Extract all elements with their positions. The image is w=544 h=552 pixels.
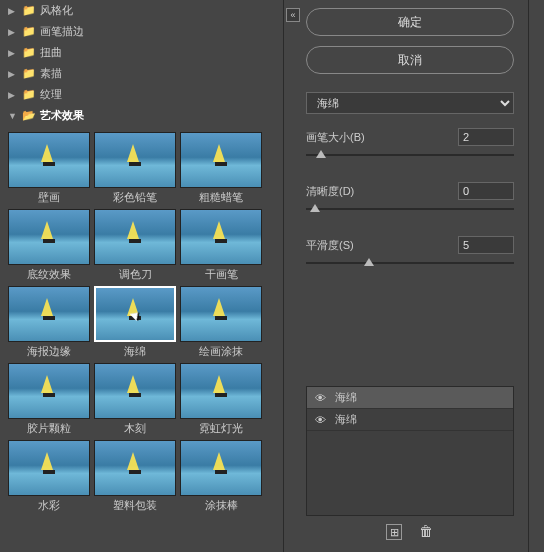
folder-2[interactable]: ▶📁扭曲 bbox=[0, 42, 283, 63]
thumb-label: 彩色铅笔 bbox=[94, 188, 176, 205]
folder-label: 风格化 bbox=[40, 3, 73, 18]
slider-label: 清晰度(D) bbox=[306, 184, 354, 199]
visibility-eye-icon[interactable]: 👁 bbox=[313, 392, 327, 404]
chevron-right-icon: ▶ bbox=[8, 90, 18, 100]
chevron-right-icon: ▶ bbox=[8, 6, 18, 16]
thumb-image bbox=[94, 286, 176, 342]
filter-thumb-6[interactable]: 海报边缘 bbox=[8, 286, 90, 359]
thumb-image bbox=[8, 363, 90, 419]
thumb-image bbox=[180, 132, 262, 188]
slider-label: 平滑度(S) bbox=[306, 238, 354, 253]
filter-thumb-8[interactable]: 绘画涂抹 bbox=[180, 286, 262, 359]
filter-thumb-9[interactable]: 胶片颗粒 bbox=[8, 363, 90, 436]
chevron-right-icon: ▶ bbox=[8, 48, 18, 58]
folder-label: 纹理 bbox=[40, 87, 62, 102]
ok-button[interactable]: 确定 bbox=[306, 8, 514, 36]
thumb-image bbox=[8, 440, 90, 496]
folder-icon: 📁 bbox=[22, 46, 36, 59]
folder-icon: 📁 bbox=[22, 25, 36, 38]
thumb-label: 海绵 bbox=[94, 342, 176, 359]
slider-handle[interactable] bbox=[364, 258, 374, 266]
filter-thumb-2[interactable]: 粗糙蜡笔 bbox=[180, 132, 262, 205]
thumb-label: 海报边缘 bbox=[8, 342, 90, 359]
effect-layer-1[interactable]: 👁海绵 bbox=[307, 409, 513, 431]
thumb-label: 胶片颗粒 bbox=[8, 419, 90, 436]
slider-value-input[interactable] bbox=[458, 182, 514, 200]
cursor-icon bbox=[132, 310, 144, 326]
collapse-button[interactable]: « bbox=[286, 8, 300, 22]
filter-category-panel: ▶📁风格化▶📁画笔描边▶📁扭曲▶📁素描▶📁纹理▼📂艺术效果 壁画彩色铅笔粗糙蜡笔… bbox=[0, 0, 284, 552]
filter-thumb-3[interactable]: 底纹效果 bbox=[8, 209, 90, 282]
folder-label: 艺术效果 bbox=[40, 108, 84, 123]
layer-name: 海绵 bbox=[335, 390, 357, 405]
thumb-label: 干画笔 bbox=[180, 265, 262, 282]
filter-thumb-14[interactable]: 涂抹棒 bbox=[180, 440, 262, 513]
slider-2: 平滑度(S) bbox=[306, 236, 514, 272]
filter-thumb-7[interactable]: 海绵 bbox=[94, 286, 176, 359]
slider-handle[interactable] bbox=[316, 150, 326, 158]
thumb-image bbox=[94, 440, 176, 496]
folder-label: 画笔描边 bbox=[40, 24, 84, 39]
folder-icon: 📁 bbox=[22, 88, 36, 101]
thumb-image bbox=[8, 209, 90, 265]
thumb-label: 霓虹灯光 bbox=[180, 419, 262, 436]
cancel-button[interactable]: 取消 bbox=[306, 46, 514, 74]
thumb-image bbox=[180, 209, 262, 265]
folder-icon: 📂 bbox=[22, 109, 36, 122]
visibility-eye-icon[interactable]: 👁 bbox=[313, 414, 327, 426]
folder-3[interactable]: ▶📁素描 bbox=[0, 63, 283, 84]
filter-thumbnail-grid: 壁画彩色铅笔粗糙蜡笔底纹效果调色刀干画笔海报边缘海绵绘画涂抹胶片颗粒木刻霓虹灯光… bbox=[0, 126, 283, 519]
thumb-image bbox=[94, 209, 176, 265]
folder-0[interactable]: ▶📁风格化 bbox=[0, 0, 283, 21]
slider-label: 画笔大小(B) bbox=[306, 130, 365, 145]
thumb-label: 壁画 bbox=[8, 188, 90, 205]
filter-thumb-0[interactable]: 壁画 bbox=[8, 132, 90, 205]
thumb-label: 粗糙蜡笔 bbox=[180, 188, 262, 205]
folder-1[interactable]: ▶📁画笔描边 bbox=[0, 21, 283, 42]
thumb-image bbox=[180, 440, 262, 496]
thumb-image bbox=[8, 132, 90, 188]
folder-4[interactable]: ▶📁纹理 bbox=[0, 84, 283, 105]
filter-thumb-11[interactable]: 霓虹灯光 bbox=[180, 363, 262, 436]
effect-layer-0[interactable]: 👁海绵 bbox=[307, 387, 513, 409]
slider-handle[interactable] bbox=[310, 204, 320, 212]
folder-label: 素描 bbox=[40, 66, 62, 81]
delete-effect-layer-icon[interactable]: 🗑 bbox=[418, 524, 434, 540]
layer-name: 海绵 bbox=[335, 412, 357, 427]
thumb-label: 底纹效果 bbox=[8, 265, 90, 282]
filter-thumb-12[interactable]: 水彩 bbox=[8, 440, 90, 513]
filter-thumb-13[interactable]: 塑料包装 bbox=[94, 440, 176, 513]
thumb-image bbox=[180, 286, 262, 342]
slider-track[interactable] bbox=[306, 152, 514, 164]
thumb-label: 调色刀 bbox=[94, 265, 176, 282]
thumb-label: 涂抹棒 bbox=[180, 496, 262, 513]
folder-5[interactable]: ▼📂艺术效果 bbox=[0, 105, 283, 126]
thumb-label: 绘画涂抹 bbox=[180, 342, 262, 359]
filter-thumb-10[interactable]: 木刻 bbox=[94, 363, 176, 436]
folder-icon: 📁 bbox=[22, 67, 36, 80]
filter-settings-panel: « 确定 取消 海绵 画笔大小(B)清晰度(D)平滑度(S) 👁海绵👁海绵 ⊞ … bbox=[284, 0, 544, 552]
filter-thumb-4[interactable]: 调色刀 bbox=[94, 209, 176, 282]
filter-thumb-1[interactable]: 彩色铅笔 bbox=[94, 132, 176, 205]
filter-thumb-5[interactable]: 干画笔 bbox=[180, 209, 262, 282]
new-effect-layer-icon[interactable]: ⊞ bbox=[386, 524, 402, 540]
slider-0: 画笔大小(B) bbox=[306, 128, 514, 164]
chevron-right-icon: ▶ bbox=[8, 27, 18, 37]
thumb-label: 塑料包装 bbox=[94, 496, 176, 513]
folder-icon: 📁 bbox=[22, 4, 36, 17]
thumb-image bbox=[94, 132, 176, 188]
chevron-right-icon: ▶ bbox=[8, 69, 18, 79]
slider-track[interactable] bbox=[306, 260, 514, 272]
folder-label: 扭曲 bbox=[40, 45, 62, 60]
slider-1: 清晰度(D) bbox=[306, 182, 514, 218]
filter-select[interactable]: 海绵 bbox=[306, 92, 514, 114]
thumb-image bbox=[8, 286, 90, 342]
chevron-down-icon: ▼ bbox=[8, 111, 18, 121]
thumb-label: 水彩 bbox=[8, 496, 90, 513]
slider-track[interactable] bbox=[306, 206, 514, 218]
thumb-label: 木刻 bbox=[94, 419, 176, 436]
slider-value-input[interactable] bbox=[458, 236, 514, 254]
thumb-image bbox=[94, 363, 176, 419]
effect-layer-list: 👁海绵👁海绵 bbox=[306, 386, 514, 516]
slider-value-input[interactable] bbox=[458, 128, 514, 146]
